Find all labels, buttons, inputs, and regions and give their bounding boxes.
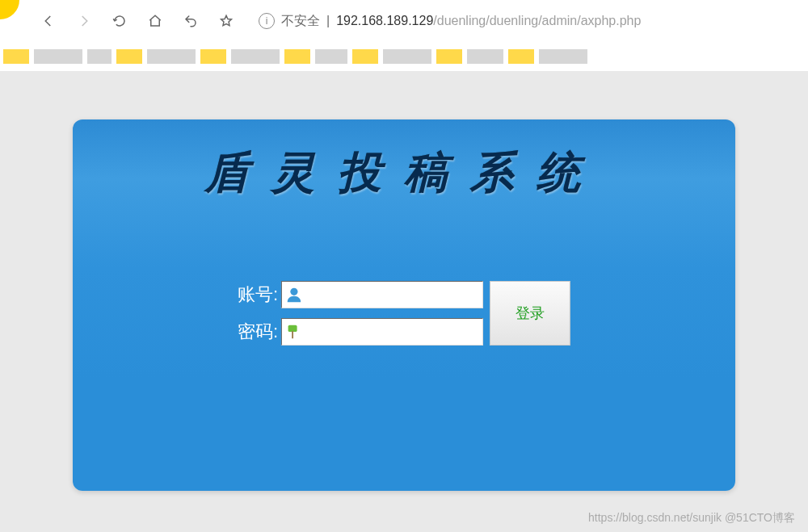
home-button[interactable] <box>139 5 171 37</box>
password-label: 密码: <box>238 320 278 344</box>
password-input-wrap[interactable] <box>281 318 483 346</box>
username-input[interactable] <box>306 287 479 302</box>
bookmarks-bar <box>0 42 808 71</box>
password-input[interactable] <box>306 325 479 339</box>
watermark-text: https://blog.csdn.net/sunjik @51CTO博客 <box>588 511 795 526</box>
home-icon <box>148 14 162 28</box>
star-icon <box>219 14 234 28</box>
form-fields: 账号: 密码: <box>238 281 483 346</box>
login-card: 盾灵投稿系统 账号: 密码: <box>73 119 735 491</box>
forward-button[interactable] <box>68 5 100 37</box>
svg-point-0 <box>290 288 297 295</box>
url-text: 192.168.189.129/duenling/duenling/admin/… <box>336 14 641 28</box>
key-icon <box>285 323 303 341</box>
page-title: 盾灵投稿系统 <box>73 119 735 203</box>
address-bar[interactable]: i 不安全 | 192.168.189.129/duenling/duenlin… <box>259 13 641 30</box>
svg-rect-2 <box>292 331 293 338</box>
username-row: 账号: <box>238 281 483 308</box>
svg-rect-1 <box>288 325 297 332</box>
divider: | <box>326 14 330 28</box>
back-button[interactable] <box>32 5 65 37</box>
username-label: 账号: <box>238 283 278 307</box>
reload-icon <box>112 14 127 28</box>
url-path: /duenling/duenling/admin/axphp.php <box>433 14 641 27</box>
arrow-left-icon <box>41 14 56 28</box>
browser-toolbar: i 不安全 | 192.168.189.129/duenling/duenlin… <box>0 0 808 42</box>
reload-button[interactable] <box>103 5 136 37</box>
username-input-wrap[interactable] <box>281 281 483 308</box>
url-ip: 192.168.189.129 <box>336 14 433 27</box>
undo-button[interactable] <box>175 5 207 37</box>
login-button[interactable]: 登录 <box>490 281 570 346</box>
security-label: 不安全 <box>281 13 320 30</box>
login-form: 账号: 密码: <box>238 281 570 346</box>
browser-logo-corner <box>0 0 19 19</box>
undo-icon <box>183 14 198 28</box>
page-content: 盾灵投稿系统 账号: 密码: <box>0 71 808 532</box>
arrow-right-icon <box>77 14 91 28</box>
user-icon <box>285 286 303 304</box>
password-row: 密码: <box>238 318 483 346</box>
favorite-button[interactable] <box>210 5 242 37</box>
info-icon: i <box>259 13 275 29</box>
